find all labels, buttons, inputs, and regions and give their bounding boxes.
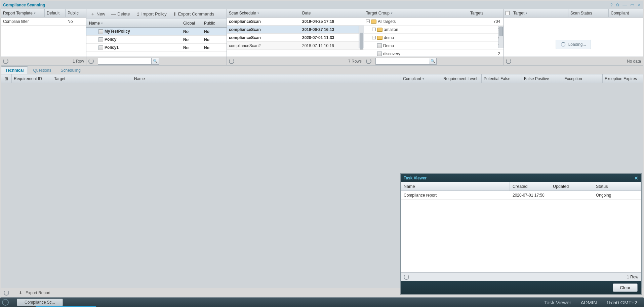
- table-row[interactable]: MyTestPolicyNoNo: [86, 28, 227, 36]
- help-icon[interactable]: ?: [610, 2, 612, 7]
- report-template-body: Complian filter No: [1, 18, 86, 57]
- col-name[interactable]: Name: [86, 19, 181, 27]
- taskbar-item-compliance[interactable]: Compliance Sc...: [17, 299, 63, 306]
- import-button[interactable]: ↥Import Policy: [133, 10, 169, 18]
- table-row[interactable]: complianceScan22018-07-11 10:16: [227, 42, 364, 50]
- col-updated[interactable]: Updated: [550, 182, 593, 191]
- export-button[interactable]: ⬇Export Commands: [170, 10, 217, 18]
- tab-technical[interactable]: Technical: [1, 66, 28, 74]
- scrollbar[interactable]: [359, 26, 364, 48]
- refresh-icon[interactable]: [88, 59, 94, 64]
- col-report-template[interactable]: Report Template: [1, 9, 45, 17]
- doc-icon: [98, 29, 103, 34]
- col-scan-status[interactable]: Scan Status: [568, 9, 609, 17]
- col-date[interactable]: Date: [300, 9, 364, 17]
- close-icon[interactable]: ✕: [634, 175, 638, 181]
- task-viewer-footer: 1 Row: [401, 272, 641, 281]
- search-icon[interactable]: 🔍: [152, 58, 159, 65]
- gear-icon[interactable]: ✿: [616, 2, 619, 7]
- col-global[interactable]: Global: [181, 19, 202, 27]
- table-row[interactable]: PolicyNoNo: [86, 36, 227, 44]
- col-status[interactable]: Status: [593, 182, 641, 191]
- grip-icon[interactable]: [13, 300, 14, 305]
- upper-region: Report Template Default Public Complian …: [1, 9, 643, 66]
- window-controls: ? ✿ — ▭ ✕: [608, 2, 641, 7]
- app-logo-icon[interactable]: [2, 299, 9, 306]
- refresh-icon[interactable]: [229, 59, 234, 64]
- taskbar-user[interactable]: ADMIN: [581, 300, 597, 305]
- checkbox[interactable]: [506, 11, 510, 15]
- col-potential-false[interactable]: Potential False: [482, 74, 522, 83]
- col-false-positive[interactable]: False Positive: [522, 74, 562, 83]
- separator: [14, 290, 14, 296]
- refresh-icon[interactable]: [3, 59, 8, 64]
- tree-row[interactable]: discovery2: [364, 50, 504, 57]
- col-target[interactable]: Target: [52, 74, 132, 83]
- policies-search: 🔍: [98, 58, 159, 65]
- cell-created: 2020-07-01 17:50: [510, 193, 550, 198]
- col-schedule[interactable]: Scan Schedule: [227, 9, 300, 17]
- tree-row[interactable]: +demo4: [364, 34, 504, 42]
- refresh-icon[interactable]: [404, 274, 409, 280]
- tree-label: discovery: [383, 52, 400, 56]
- refresh-icon[interactable]: [366, 59, 371, 64]
- col-target-group[interactable]: Target Group: [364, 9, 468, 17]
- no-data-label: No data: [627, 59, 641, 64]
- tree-expand-icon[interactable]: +: [372, 36, 376, 39]
- row-count: 1 Row: [73, 59, 84, 64]
- col-targets[interactable]: Targets: [468, 9, 504, 17]
- search-icon[interactable]: 🔍: [429, 58, 437, 65]
- new-button[interactable]: ＋New: [88, 10, 108, 18]
- cell-name: complianceScan: [227, 27, 300, 32]
- maximize-icon[interactable]: ▭: [630, 2, 634, 7]
- col-name[interactable]: Name: [401, 182, 510, 191]
- tree-row[interactable]: +amazon1: [364, 26, 504, 34]
- col-compliant[interactable]: Compliant: [401, 74, 441, 83]
- tree-row[interactable]: −All targets704: [364, 18, 504, 26]
- col-target[interactable]: Target: [511, 9, 568, 17]
- export-report-button[interactable]: Export Report: [26, 291, 50, 295]
- col-exception[interactable]: Exception: [562, 74, 603, 83]
- col-expand[interactable]: ⊞: [1, 74, 12, 83]
- scroll-thumb[interactable]: [360, 33, 363, 49]
- col-checkbox[interactable]: [504, 11, 511, 15]
- table-row[interactable]: Policy1NoNo: [86, 44, 227, 52]
- col-name[interactable]: Name: [132, 74, 401, 83]
- col-public[interactable]: Public: [202, 19, 227, 27]
- scroll-thumb[interactable]: [499, 27, 503, 36]
- minimize-icon[interactable]: —: [622, 2, 627, 7]
- cell-name: Policy1: [105, 45, 119, 50]
- col-req-id[interactable]: Requirement ID: [12, 74, 52, 83]
- close-icon[interactable]: ✕: [637, 2, 641, 7]
- scrollbar[interactable]: [498, 26, 504, 48]
- table-row[interactable]: complianceScan2020-07-01 11:33: [227, 34, 364, 42]
- col-default[interactable]: Default: [45, 9, 66, 17]
- table-row[interactable]: Compliance report 2020-07-01 17:50 Ongoi…: [401, 191, 641, 200]
- task-viewer-titlebar[interactable]: Task Viewer ✕: [401, 174, 641, 182]
- col-exception-expires[interactable]: Exception Expires: [603, 74, 643, 83]
- search-input[interactable]: [98, 58, 152, 65]
- detail-header: ⊞ Requirement ID Target Name Compliant R…: [1, 74, 643, 83]
- table-row[interactable]: Complian filter No: [1, 18, 86, 26]
- tab-questions[interactable]: Questions: [29, 66, 55, 74]
- tree-expand-icon[interactable]: +: [372, 28, 376, 31]
- col-created[interactable]: Created: [510, 182, 550, 191]
- clear-button[interactable]: Clear: [613, 283, 638, 292]
- refresh-icon[interactable]: [4, 290, 9, 296]
- table-row[interactable]: complianceScan2019-04-25 17:18: [227, 18, 364, 26]
- taskbar-task-viewer[interactable]: Task Viewer: [544, 300, 571, 305]
- table-row[interactable]: complianceScan2019-06-27 16:13: [227, 26, 364, 34]
- col-req-level[interactable]: Requirement Level: [441, 74, 482, 83]
- tree-row[interactable]: Demo1: [364, 42, 504, 50]
- refresh-icon[interactable]: [506, 59, 511, 64]
- upload-icon: ↥: [136, 11, 140, 17]
- tree-expand-icon[interactable]: −: [366, 20, 370, 23]
- tree-label: All targets: [378, 19, 396, 24]
- task-viewer-buttons: Clear: [401, 281, 641, 294]
- col-public[interactable]: Public: [66, 9, 86, 17]
- col-compliant[interactable]: Compliant: [609, 9, 643, 17]
- search-input[interactable]: [375, 58, 429, 65]
- schedule-body: complianceScan2019-04-25 17:18compliance…: [227, 18, 364, 57]
- delete-button[interactable]: —Delete: [109, 10, 133, 18]
- tab-scheduling[interactable]: Scheduling: [56, 66, 85, 74]
